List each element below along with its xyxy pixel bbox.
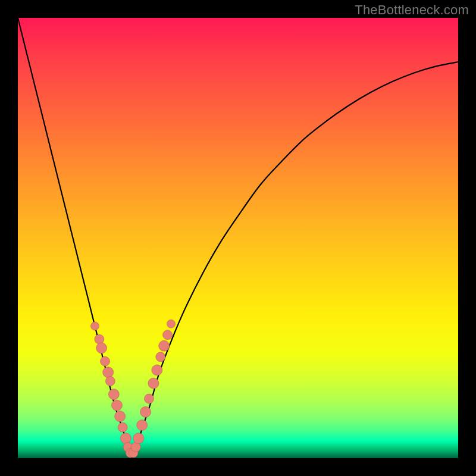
highlight-dot	[108, 389, 119, 400]
highlight-dot	[156, 352, 165, 362]
highlight-dot	[145, 394, 154, 403]
watermark-text: TheBottleneck.com	[355, 2, 469, 18]
chart-svg	[18, 18, 458, 458]
highlight-dot	[140, 406, 151, 417]
plot-area	[18, 18, 458, 458]
highlight-dot	[159, 340, 170, 351]
bottleneck-curve	[18, 18, 458, 458]
highlight-dot	[96, 343, 107, 353]
highlight-dots-group	[91, 320, 176, 458]
highlight-dot	[148, 378, 159, 389]
chart-frame: TheBottleneck.com	[0, 0, 476, 476]
highlight-dot	[105, 377, 115, 386]
highlight-dot	[137, 420, 148, 431]
highlight-dot	[163, 330, 173, 340]
highlight-dot	[101, 356, 110, 366]
highlight-dot	[91, 322, 99, 330]
highlight-dot	[95, 334, 104, 344]
highlight-dot	[167, 320, 176, 328]
highlight-dot	[115, 411, 126, 422]
highlight-dot	[120, 433, 131, 444]
highlight-dot	[152, 365, 162, 375]
highlight-dot	[118, 422, 127, 432]
highlight-dot	[133, 433, 144, 444]
highlight-dot	[103, 367, 114, 378]
highlight-dot	[112, 400, 123, 411]
